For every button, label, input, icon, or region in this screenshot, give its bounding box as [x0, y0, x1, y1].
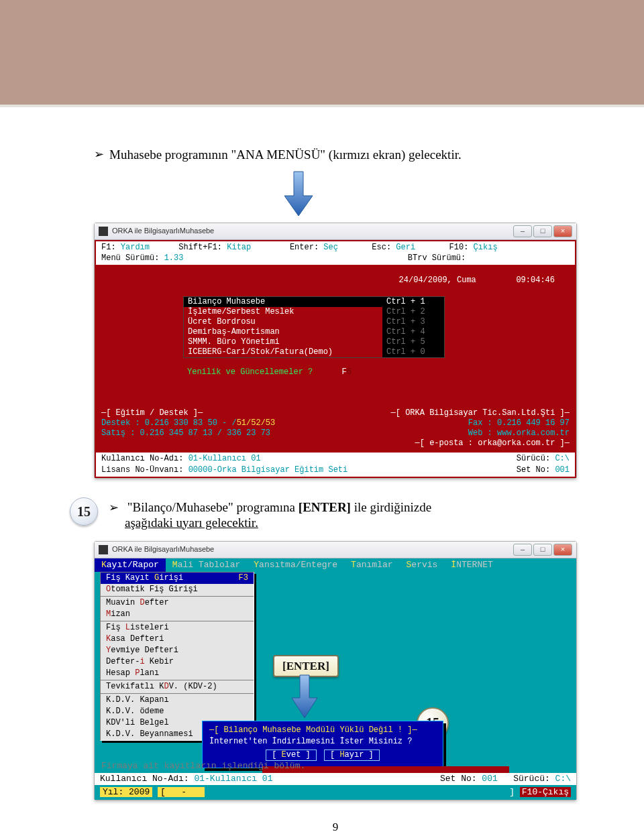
- footer-license: Lisans No-Ünvanı: 00000-Orka Bilgisayar …: [96, 465, 575, 477]
- menubar-item[interactable]: Tanımlar: [344, 558, 399, 572]
- dropdown-item[interactable]: Yevmiye Defteri: [101, 645, 254, 656]
- main-menu-item[interactable]: Ücret BordrosuCtrl + 3: [184, 317, 444, 327]
- menubar-item[interactable]: Servis: [400, 558, 445, 572]
- updates-link[interactable]: Yenilik ve Güncellemeler ? F6: [187, 367, 568, 377]
- dropdown-item[interactable]: Muavin Defter: [101, 597, 254, 609]
- app-icon: [99, 227, 108, 236]
- bullet-icon: ➢: [94, 147, 104, 162]
- titlebar: ORKA ile BilgisayarlıMuhasebe – □ ×: [95, 542, 576, 558]
- menubar-item[interactable]: Mali Tablolar: [166, 558, 247, 572]
- menubar-item[interactable]: İNTERNET: [444, 558, 499, 572]
- bullet-1: ➢ Muhasebe programının "ANA MENÜSÜ" (kır…: [94, 147, 577, 162]
- dropdown-kayit-rapor[interactable]: Fiş Kayıt GirişiF3Otomatik Fiş GirişiMua…: [100, 572, 254, 741]
- app-icon: [99, 545, 108, 554]
- step-badge: 15: [70, 497, 98, 526]
- no-button[interactable]: [ Hayır ]: [324, 749, 380, 761]
- dialog-question: İnternet'ten İndirilmesini İster Misiniz…: [209, 737, 436, 747]
- main-menu-item[interactable]: SMMM. Büro YönetimiCtrl + 5: [184, 337, 444, 347]
- menubar-item[interactable]: Yansıtma/Entegre: [247, 558, 344, 572]
- company-box: ─[ ORKA Bilgisayar Tic.San.Ltd.Şti ]─ Fa…: [339, 408, 570, 448]
- arrow-down-icon: [282, 170, 315, 217]
- dropdown-separator: [101, 596, 254, 597]
- dropdown-item[interactable]: Defter-i Kebir: [101, 656, 254, 668]
- main-menu-list: Bilanço MuhasebeCtrl + 1İşletme/Serbest …: [183, 296, 445, 358]
- dropdown-item[interactable]: Otomatik Fiş Girişi: [101, 584, 254, 595]
- menubar-item[interactable]: Kayıt/Rapor: [95, 558, 166, 572]
- dropdown-item[interactable]: Fiş Kayıt GirişiF3: [101, 573, 254, 584]
- menubar[interactable]: Kayıt/RaporMali TablolarYansıtma/Entegre…: [95, 558, 576, 572]
- hint-text: Firmaya ait kayıtların işlendiği bölüm.: [101, 761, 305, 772]
- window-main-menu: ORKA ile BilgisayarlıMuhasebe – □ × F1: …: [94, 223, 577, 479]
- step-15: 15 ➢ "Bilanço/Muhasebe" programına [ENTE…: [70, 497, 577, 530]
- maximize-button[interactable]: □: [533, 225, 552, 237]
- dropdown-item[interactable]: Kasa Defteri: [101, 634, 254, 645]
- dropdown-item[interactable]: Fiş Listeleri: [101, 622, 254, 634]
- version-bar: Menü Sürümü: 1.33 BTrv Sürümü:: [96, 253, 575, 265]
- yes-button[interactable]: [ Evet ]: [266, 749, 317, 761]
- step-text: ➢ "Bilanço/Muhasebe" programına [ENTER] …: [109, 497, 431, 530]
- status-cyan-bar: Yıl: 2009 [ - ] F10-Çıkış: [95, 786, 576, 798]
- dropdown-item[interactable]: Hesap Planı: [101, 668, 254, 679]
- window-title: ORKA ile BilgisayarlıMuhasebe: [112, 227, 214, 236]
- help-bar: F1: Yardım Shift+F1: Kitap Enter: Seç Es…: [96, 241, 575, 253]
- maximize-button[interactable]: □: [533, 544, 552, 556]
- dropdown-separator: [101, 680, 254, 680]
- datetime: 24/04/2009, Cuma 09:04:46: [103, 276, 568, 286]
- dropdown-item[interactable]: Mizan: [101, 609, 254, 620]
- dropdown-item[interactable]: K.D.V. ödeme: [101, 706, 254, 717]
- main-menu-item[interactable]: Demirbaş-AmortismanCtrl + 4: [184, 327, 444, 337]
- footer-user: Kullanıcı No-Adı: 01-Kullanıcı 01 Sürücü…: [96, 453, 575, 465]
- window-bilanco: ORKA ile BilgisayarlıMuhasebe – □ × Kayı…: [94, 541, 577, 800]
- dropdown-separator: [101, 693, 254, 694]
- dropdown-item[interactable]: K.D.V. Kapanı: [101, 695, 254, 706]
- main-menu-item[interactable]: İşletme/Serbest MeslekCtrl + 2: [184, 307, 444, 317]
- close-button[interactable]: ×: [553, 544, 572, 556]
- header-band: [0, 0, 644, 107]
- minimize-button[interactable]: –: [513, 225, 532, 237]
- dialog-title: ─[ Bilanço Muhasebe Modülü Yüklü Değil !…: [209, 725, 436, 735]
- window-title: ORKA ile BilgisayarlıMuhasebe: [112, 545, 214, 554]
- dropdown-item[interactable]: Tevkifatlı KDV. (KDV-2): [101, 681, 254, 693]
- main-menu-item[interactable]: Bilanço MuhasebeCtrl + 1: [184, 297, 444, 307]
- minimize-button[interactable]: –: [513, 544, 532, 556]
- bullet-1-text: Muhasebe programının "ANA MENÜSÜ" (kırmı…: [109, 147, 462, 162]
- status-white-bar: Kullanıcı No-Adı: 01-Kullanıcı 01 Set No…: [95, 773, 576, 785]
- close-button[interactable]: ×: [553, 225, 572, 237]
- titlebar: ORKA ile BilgisayarlıMuhasebe – □ ×: [95, 223, 576, 240]
- dropdown-separator: [101, 621, 254, 621]
- page-number: 9: [94, 821, 577, 834]
- main-menu-item[interactable]: ICEBERG-Cari/Stok/Fatura(Demo)Ctrl + 0: [184, 347, 444, 357]
- arrow-down-icon: [289, 674, 320, 724]
- support-box: ─[ Eğitim / Destek ]─ Destek : 0.216 330…: [101, 408, 332, 448]
